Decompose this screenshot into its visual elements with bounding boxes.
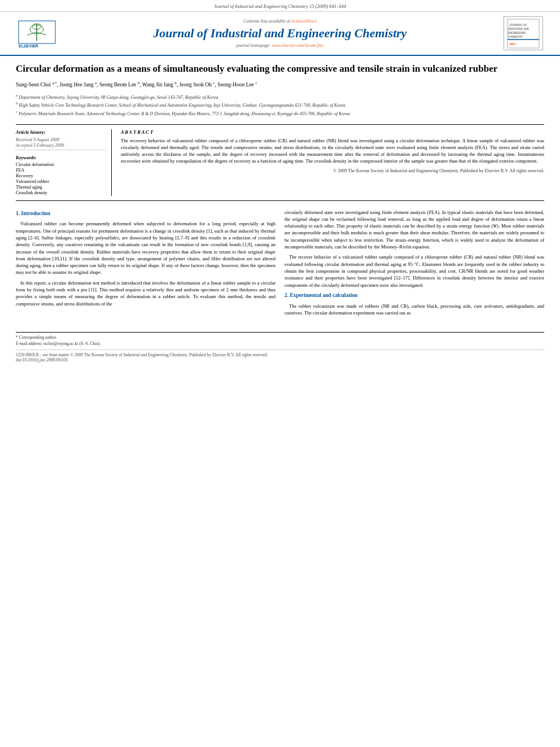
copyright-line: © 2009 The Korean Society of Industrial … [121, 168, 544, 173]
journal-header: ELSEVIER Contents lists available at Sci… [0, 12, 560, 56]
journal-name: Journal of Industrial and Engineering Ch… [62, 26, 498, 41]
keywords-label: Keywords: [16, 155, 106, 160]
page-wrapper: Journal of Industrial and Engineering Ch… [0, 0, 560, 747]
keyword-1: Circular deformation [16, 162, 106, 167]
footer-line1: 1226-086X/$ – see front matter © 2009 Th… [16, 352, 544, 357]
article-title: Circular deformation as a means of simul… [16, 63, 544, 75]
article-info-panel: Article history: Received 9 August 2008 … [16, 129, 112, 196]
page-footer: * Corresponding author. E-mail address: … [16, 332, 544, 362]
right-logo-area: JOURNAL OF INDUSTRIAL AND ENGINEERING CH… [498, 16, 549, 50]
sciencedirect-line: Contents lists available at ScienceDirec… [62, 19, 498, 24]
abstract-section: A B S T R A C T The recovery behavior of… [121, 129, 544, 196]
section2-para-1: The rubber vulcanizate was made of rubbe… [285, 303, 544, 317]
journal-citation: Journal of Industrial and Engineering Ch… [214, 3, 346, 9]
svg-text:JIEC: JIEC [509, 42, 516, 46]
secondary-logo-icon: JOURNAL OF INDUSTRIAL AND ENGINEERING CH… [506, 18, 540, 49]
svg-text:JOURNAL OF: JOURNAL OF [509, 23, 527, 27]
svg-text:ENGINEERING: ENGINEERING [508, 32, 526, 34]
body-col-left: 1. Introduction Vulcanized rubber can be… [16, 209, 275, 320]
journal-title-area: Contents lists available at ScienceDirec… [62, 19, 498, 48]
affiliation-a: a Department of Chemistry, Sejong Univer… [16, 93, 544, 101]
elsevier-logo-icon: ELSEVIER [16, 18, 58, 49]
abstract-title: A B S T R A C T [121, 129, 544, 135]
journal-homepage: journal homepage: www.elsevier.com/locat… [62, 43, 498, 48]
received-label: Received 9 August 2008 [16, 137, 106, 142]
svg-text:INDUSTRIAL AND: INDUSTRIAL AND [508, 28, 530, 30]
intro-para-3: circularly deformed state were investiga… [285, 209, 544, 251]
intro-para-1: Vulcanized rubber can become permanently… [16, 220, 275, 276]
journal-citation-bar: Journal of Industrial and Engineering Ch… [0, 0, 560, 12]
section-2-heading: 2. Experimental and calculation [285, 292, 544, 300]
body-col-right: circularly deformed state were investiga… [285, 209, 544, 320]
elsevier-logo-area: ELSEVIER [11, 18, 62, 49]
keyword-3: Recovery [16, 173, 106, 178]
footnote-email: E-mail address: sschoi@sejong.ac.kr (S.-… [16, 341, 544, 346]
footer-line2: doi:10.1016/j.jiec.2009.09.035 [16, 357, 544, 362]
svg-text:CHEMISTRY: CHEMISTRY [508, 36, 523, 38]
intro-para-4: The recover behavior of a vulcanized rub… [285, 254, 544, 289]
footer-copyright: 1226-086X/$ – see front matter © 2009 Th… [16, 350, 544, 362]
info-abstract-row: Article history: Received 9 August 2008 … [16, 124, 544, 201]
authors-line: Sung-Seen Choi a,*, Joong Hee Jang a, Se… [16, 81, 544, 89]
accepted-label: Accepted 5 February 2009 [16, 143, 106, 148]
intro-para-2: In this report, a circular deformation t… [16, 279, 275, 307]
affiliation-c: c Polymeric Materials Research Team, Adv… [16, 109, 544, 117]
keyword-5: Thermal aging [16, 185, 106, 190]
keyword-2: FEA [16, 168, 106, 173]
right-logo-box: JOURNAL OF INDUSTRIAL AND ENGINEERING CH… [504, 16, 543, 50]
affiliation-b: b High Safety Vehicle Core Technology Re… [16, 101, 544, 109]
footnote-star: * Corresponding author. [16, 335, 544, 340]
section-1-heading: 1. Introduction [16, 210, 275, 218]
keyword-6: Crosslink density [16, 190, 106, 195]
keyword-4: Vulcanized rubber [16, 179, 106, 184]
svg-text:ELSEVIER: ELSEVIER [19, 44, 38, 48]
abstract-text: The recovery behavior of vulcanized rubb… [121, 137, 544, 165]
article-history-label: Article history: [16, 129, 106, 135]
body-columns: 1. Introduction Vulcanized rubber can be… [16, 209, 544, 320]
affiliations: a Department of Chemistry, Sejong Univer… [16, 93, 544, 117]
main-content: Circular deformation as a means of simul… [0, 56, 560, 326]
